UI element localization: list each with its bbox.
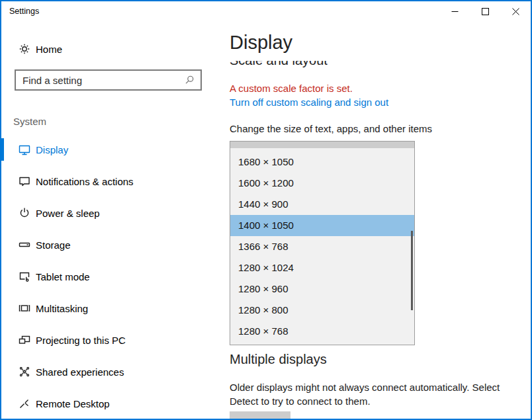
resolution-option-selected[interactable]: 1400 × 1050 [230,215,414,236]
multiple-displays-description: Older displays might not always connect … [230,380,529,408]
sidebar-nav: Display Notifications & actions [1,134,220,419]
remote-desktop-icon [18,397,31,410]
gear-icon [18,42,31,56]
selected-accent-bar [1,138,4,161]
close-icon [512,8,519,15]
resolution-option[interactable]: 1680 × 1050 [230,151,414,173]
resolution-option[interactable]: 1600 × 1200 [230,173,414,194]
sidebar-item-label: Projecting to this PC [36,335,126,346]
window-content: Home System [1,21,531,419]
sidebar-item-tablet-mode[interactable]: Tablet mode [1,261,220,292]
window-title: Settings [1,7,39,16]
search-icon [183,74,195,86]
sidebar-item-multitasking[interactable]: Multitasking [1,292,220,324]
maximize-icon [482,8,489,15]
listbox-top-strip [230,142,414,148]
projecting-icon [18,333,31,347]
resolution-option[interactable]: 1280 × 800 [230,300,414,321]
settings-window: Settings [0,0,532,420]
power-icon [18,206,31,220]
sidebar-item-shared-experiences[interactable]: Shared experiences [1,356,220,388]
titlebar: Settings [1,1,531,21]
minimize-icon [451,8,459,15]
detect-button[interactable] [230,411,290,419]
resolution-option[interactable]: 1280 × 768 [230,321,414,342]
sidebar-item-label: Notifications & actions [36,176,134,187]
sidebar-item-label: Storage [36,239,71,251]
window-controls [439,1,531,21]
sidebar-item-projecting[interactable]: Projecting to this PC [1,324,220,356]
turn-off-custom-scaling-link[interactable]: Turn off custom scaling and sign out [230,97,388,108]
storage-icon [18,238,31,251]
multiple-displays-heading: Multiple displays [230,352,327,367]
sidebar-item-label: Multitasking [36,303,88,314]
resolution-option[interactable]: 1440 × 900 [230,194,414,215]
maximize-button[interactable] [470,1,500,21]
sidebar: Home System [1,21,220,419]
sidebar-section-label: System [13,116,46,127]
scaling-dropdown-label: Change the size of text, apps, and other… [230,123,432,134]
listbox-items: 1680 × 1050 1600 × 1200 1440 × 900 1400 … [230,151,414,342]
sidebar-item-power-sleep[interactable]: Power & sleep [1,197,220,229]
display-icon [18,143,31,156]
sidebar-item-notifications[interactable]: Notifications & actions [1,165,220,197]
page-title: Display [230,32,292,54]
notifications-icon [18,175,31,188]
sidebar-item-storage[interactable]: Storage [1,229,220,261]
shared-icon [18,365,31,378]
sidebar-item-remote-desktop[interactable]: Remote Desktop [1,388,220,419]
sidebar-item-label: Display [36,144,68,155]
sidebar-item-label: Tablet mode [36,271,90,282]
close-button[interactable] [500,1,531,21]
minimize-button[interactable] [439,1,470,21]
main-pane: Display Scale and layout A custom scale … [220,21,531,419]
sidebar-item-label: Shared experiences [36,366,124,378]
resolution-listbox: 1680 × 1050 1600 × 1200 1440 × 900 1400 … [230,141,415,345]
sidebar-home-label: Home [36,44,62,55]
custom-scale-warning: A custom scale factor is set. [230,83,353,94]
listbox-scrollbar-thumb[interactable] [411,231,413,310]
sidebar-item-label: Power & sleep [36,208,100,219]
resolution-option[interactable]: 1366 × 768 [230,236,414,257]
search-box [15,69,202,91]
resolution-option[interactable]: 1280 × 1024 [230,257,414,278]
sidebar-item-display[interactable]: Display [1,134,220,165]
sidebar-item-home[interactable]: Home [1,37,220,61]
tablet-icon [18,270,31,283]
page-header: Display [220,21,531,61]
search-input[interactable] [16,75,183,86]
resolution-option[interactable]: 1280 × 960 [230,278,414,300]
multitasking-icon [18,302,31,315]
sidebar-item-label: Remote Desktop [36,398,110,409]
